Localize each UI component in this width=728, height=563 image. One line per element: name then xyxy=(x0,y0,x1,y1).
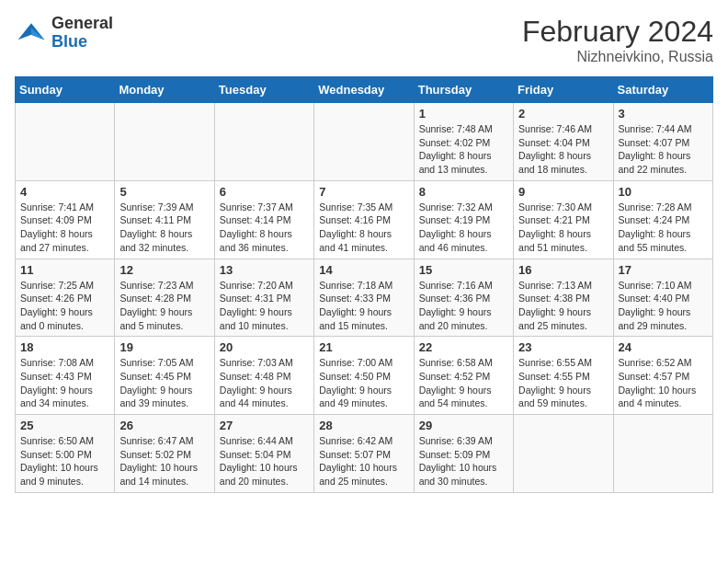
title-block: February 2024 Nizhneivkino, Russia xyxy=(522,15,713,65)
calendar-cell: 24Sunrise: 6:52 AM Sunset: 4:57 PM Dayli… xyxy=(613,337,712,415)
header-monday: Monday xyxy=(115,77,214,103)
calendar-cell: 11Sunrise: 7:25 AM Sunset: 4:26 PM Dayli… xyxy=(16,259,115,337)
header-tuesday: Tuesday xyxy=(214,77,313,103)
calendar-cell: 23Sunrise: 6:55 AM Sunset: 4:55 PM Dayli… xyxy=(514,337,613,415)
calendar-cell xyxy=(314,103,414,181)
day-info: Sunrise: 7:20 AM Sunset: 4:31 PM Dayligh… xyxy=(220,279,309,333)
calendar-cell xyxy=(514,415,613,493)
day-number: 20 xyxy=(220,340,309,354)
calendar-cell xyxy=(115,103,214,181)
day-info: Sunrise: 7:08 AM Sunset: 4:43 PM Dayligh… xyxy=(20,356,109,410)
day-number: 27 xyxy=(220,419,309,432)
calendar-cell: 15Sunrise: 7:16 AM Sunset: 4:36 PM Dayli… xyxy=(414,259,513,337)
month-title: February 2024 xyxy=(522,15,713,49)
calendar-cell: 9Sunrise: 7:30 AM Sunset: 4:21 PM Daylig… xyxy=(514,180,613,259)
day-info: Sunrise: 7:00 AM Sunset: 4:50 PM Dayligh… xyxy=(319,356,408,410)
calendar-cell: 25Sunrise: 6:50 AM Sunset: 5:00 PM Dayli… xyxy=(16,415,115,493)
day-info: Sunrise: 7:23 AM Sunset: 4:28 PM Dayligh… xyxy=(119,279,209,333)
day-info: Sunrise: 7:35 AM Sunset: 4:16 PM Dayligh… xyxy=(319,201,408,255)
calendar-cell: 5Sunrise: 7:39 AM Sunset: 4:11 PM Daylig… xyxy=(115,180,214,259)
calendar-cell: 2Sunrise: 7:46 AM Sunset: 4:04 PM Daylig… xyxy=(514,103,613,181)
header-row: SundayMondayTuesdayWednesdayThursdayFrid… xyxy=(16,77,713,103)
calendar-cell: 6Sunrise: 7:37 AM Sunset: 4:14 PM Daylig… xyxy=(214,180,313,259)
calendar-cell: 20Sunrise: 7:03 AM Sunset: 4:48 PM Dayli… xyxy=(214,337,313,415)
logo-bird-icon xyxy=(15,17,48,50)
day-number: 15 xyxy=(419,263,508,277)
week-row-3: 11Sunrise: 7:25 AM Sunset: 4:26 PM Dayli… xyxy=(16,259,713,337)
day-info: Sunrise: 7:30 AM Sunset: 4:21 PM Dayligh… xyxy=(518,201,608,255)
day-info: Sunrise: 7:10 AM Sunset: 4:40 PM Dayligh… xyxy=(619,279,708,333)
calendar-cell: 7Sunrise: 7:35 AM Sunset: 4:16 PM Daylig… xyxy=(314,180,414,259)
day-info: Sunrise: 7:13 AM Sunset: 4:38 PM Dayligh… xyxy=(518,279,608,333)
day-number: 21 xyxy=(319,340,408,354)
svg-marker-1 xyxy=(31,28,44,40)
calendar-cell xyxy=(214,103,313,181)
day-number: 17 xyxy=(619,263,708,277)
day-number: 14 xyxy=(319,263,408,277)
calendar-cell: 19Sunrise: 7:05 AM Sunset: 4:45 PM Dayli… xyxy=(115,337,214,415)
day-number: 12 xyxy=(119,263,209,277)
week-row-1: 1Sunrise: 7:48 AM Sunset: 4:02 PM Daylig… xyxy=(16,103,713,181)
day-number: 8 xyxy=(419,185,508,199)
header: General Blue February 2024 Nizhneivkino,… xyxy=(15,15,713,65)
header-wednesday: Wednesday xyxy=(314,77,414,103)
calendar-cell: 28Sunrise: 6:42 AM Sunset: 5:07 PM Dayli… xyxy=(314,415,414,493)
day-info: Sunrise: 6:52 AM Sunset: 4:57 PM Dayligh… xyxy=(619,356,708,410)
day-number: 9 xyxy=(518,185,608,199)
header-friday: Friday xyxy=(514,77,613,103)
day-info: Sunrise: 6:55 AM Sunset: 4:55 PM Dayligh… xyxy=(518,356,608,410)
day-number: 26 xyxy=(119,419,209,432)
calendar-cell: 8Sunrise: 7:32 AM Sunset: 4:19 PM Daylig… xyxy=(414,180,513,259)
calendar-cell: 3Sunrise: 7:44 AM Sunset: 4:07 PM Daylig… xyxy=(613,103,712,181)
day-info: Sunrise: 7:16 AM Sunset: 4:36 PM Dayligh… xyxy=(419,279,508,333)
calendar-cell: 18Sunrise: 7:08 AM Sunset: 4:43 PM Dayli… xyxy=(16,337,115,415)
day-number: 19 xyxy=(119,340,209,354)
calendar-cell: 4Sunrise: 7:41 AM Sunset: 4:09 PM Daylig… xyxy=(16,180,115,259)
calendar-cell xyxy=(16,103,115,181)
day-info: Sunrise: 7:18 AM Sunset: 4:33 PM Dayligh… xyxy=(319,279,408,333)
day-info: Sunrise: 6:39 AM Sunset: 5:09 PM Dayligh… xyxy=(419,434,508,488)
logo-blue-text: Blue xyxy=(51,33,113,52)
logo-general-text: General xyxy=(51,15,113,33)
logo-label: General Blue xyxy=(51,15,113,52)
calendar-cell: 21Sunrise: 7:00 AM Sunset: 4:50 PM Dayli… xyxy=(314,337,414,415)
day-info: Sunrise: 7:03 AM Sunset: 4:48 PM Dayligh… xyxy=(220,356,309,410)
day-number: 22 xyxy=(419,340,508,354)
week-row-2: 4Sunrise: 7:41 AM Sunset: 4:09 PM Daylig… xyxy=(16,180,713,259)
calendar-cell: 10Sunrise: 7:28 AM Sunset: 4:24 PM Dayli… xyxy=(613,180,712,259)
week-row-4: 18Sunrise: 7:08 AM Sunset: 4:43 PM Dayli… xyxy=(16,337,713,415)
day-info: Sunrise: 7:48 AM Sunset: 4:02 PM Dayligh… xyxy=(419,122,508,177)
header-thursday: Thursday xyxy=(414,77,513,103)
location-title: Nizhneivkino, Russia xyxy=(522,49,713,65)
week-row-5: 25Sunrise: 6:50 AM Sunset: 5:00 PM Dayli… xyxy=(16,415,713,493)
day-number: 5 xyxy=(119,185,209,199)
day-info: Sunrise: 7:05 AM Sunset: 4:45 PM Dayligh… xyxy=(119,356,209,410)
logo: General Blue xyxy=(15,15,113,52)
day-number: 23 xyxy=(518,340,608,354)
calendar-cell xyxy=(613,415,712,493)
calendar-cell: 27Sunrise: 6:44 AM Sunset: 5:04 PM Dayli… xyxy=(214,415,313,493)
day-number: 25 xyxy=(20,419,109,432)
day-info: Sunrise: 7:37 AM Sunset: 4:14 PM Dayligh… xyxy=(220,201,309,255)
day-number: 18 xyxy=(20,340,109,354)
calendar-cell: 22Sunrise: 6:58 AM Sunset: 4:52 PM Dayli… xyxy=(414,337,513,415)
day-info: Sunrise: 7:46 AM Sunset: 4:04 PM Dayligh… xyxy=(518,122,608,177)
day-number: 6 xyxy=(220,185,309,199)
day-info: Sunrise: 6:58 AM Sunset: 4:52 PM Dayligh… xyxy=(419,356,508,410)
day-info: Sunrise: 6:50 AM Sunset: 5:00 PM Dayligh… xyxy=(20,434,109,488)
header-saturday: Saturday xyxy=(613,77,712,103)
day-info: Sunrise: 7:39 AM Sunset: 4:11 PM Dayligh… xyxy=(119,201,209,255)
day-number: 28 xyxy=(319,419,408,432)
calendar-cell: 17Sunrise: 7:10 AM Sunset: 4:40 PM Dayli… xyxy=(613,259,712,337)
day-info: Sunrise: 6:42 AM Sunset: 5:07 PM Dayligh… xyxy=(319,434,408,488)
day-number: 10 xyxy=(619,185,708,199)
calendar-table: SundayMondayTuesdayWednesdayThursdayFrid… xyxy=(15,76,713,493)
calendar-cell: 12Sunrise: 7:23 AM Sunset: 4:28 PM Dayli… xyxy=(115,259,214,337)
day-info: Sunrise: 7:25 AM Sunset: 4:26 PM Dayligh… xyxy=(20,279,109,333)
day-number: 24 xyxy=(619,340,708,354)
calendar-cell: 26Sunrise: 6:47 AM Sunset: 5:02 PM Dayli… xyxy=(115,415,214,493)
calendar-cell: 16Sunrise: 7:13 AM Sunset: 4:38 PM Dayli… xyxy=(514,259,613,337)
day-number: 7 xyxy=(319,185,408,199)
day-info: Sunrise: 6:47 AM Sunset: 5:02 PM Dayligh… xyxy=(119,434,209,488)
calendar-cell: 14Sunrise: 7:18 AM Sunset: 4:33 PM Dayli… xyxy=(314,259,414,337)
